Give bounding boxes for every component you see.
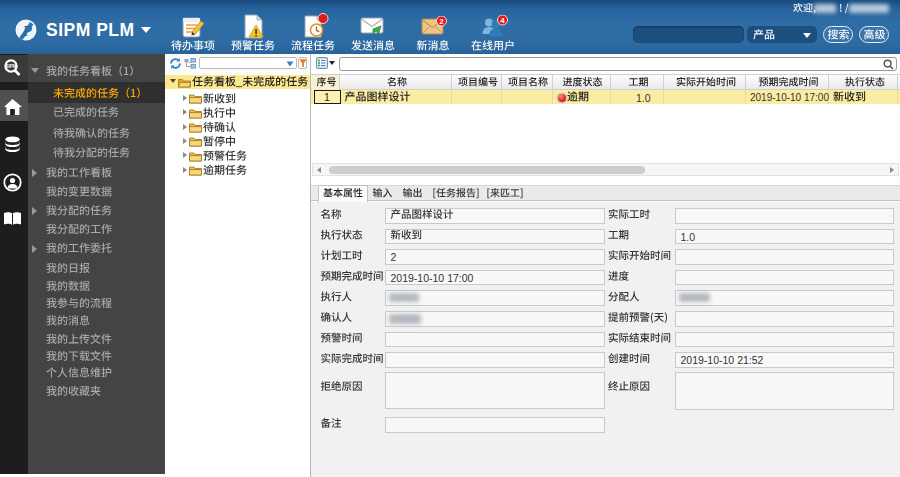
svg-text:2: 2 — [439, 17, 444, 26]
svg-text:4: 4 — [500, 16, 505, 25]
svg-text:SIPM: SIPM — [5, 64, 16, 69]
svg-text:P: P — [22, 23, 32, 39]
